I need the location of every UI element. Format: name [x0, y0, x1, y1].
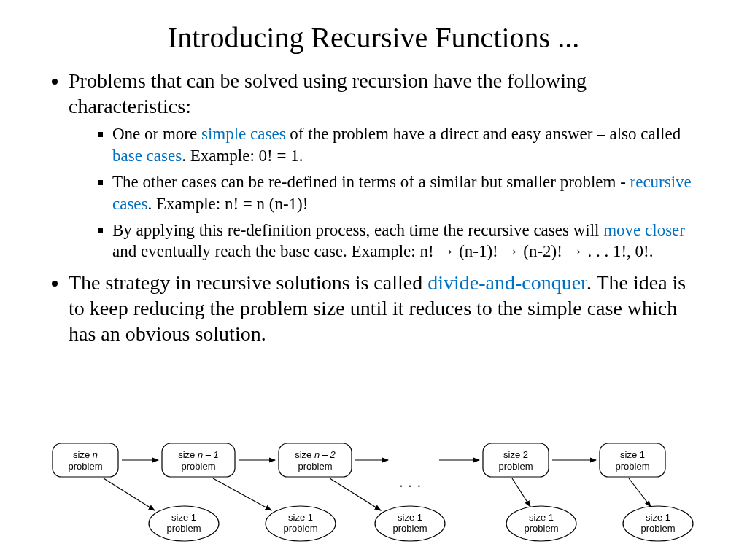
text: . . . 1!, 0!.: [584, 242, 654, 260]
arrow-icon: [330, 478, 381, 510]
svg-text:problem: problem: [499, 461, 533, 472]
recursion-diagram: size n problem size n – 1 problem size n…: [44, 436, 718, 553]
text: The other cases can be re-defined in ter…: [112, 173, 630, 191]
oval-size-1-e: size 1 problem: [623, 506, 693, 541]
svg-rect-6: [279, 443, 352, 477]
oval-size-1-b: size 1 problem: [266, 506, 336, 541]
highlight-move-closer: move closer: [603, 221, 685, 239]
svg-rect-3: [162, 443, 235, 477]
svg-text:problem: problem: [298, 461, 333, 472]
svg-text:size n – 2: size n – 2: [295, 449, 336, 460]
oval-size-1-a: size 1 problem: [149, 506, 219, 541]
svg-text:problem: problem: [393, 523, 427, 534]
svg-text:size 1: size 1: [398, 512, 422, 523]
svg-text:size 2: size 2: [503, 449, 528, 460]
bullet-list-level2: One or more simple cases of the problem …: [69, 123, 703, 262]
bullet-1a: One or more simple cases of the problem …: [112, 123, 703, 167]
box-size-n-minus-1: size n – 1 problem: [162, 443, 235, 477]
svg-text:size n – 1: size n – 1: [178, 449, 219, 460]
text: and eventually reach the base case. Exam…: [112, 242, 438, 260]
bullet-list-level1: Problems that can be solved using recurs…: [44, 68, 703, 346]
box-size-1: size 1 problem: [600, 443, 665, 477]
text: By applying this re-definition process, …: [112, 221, 603, 239]
svg-rect-12: [600, 443, 665, 477]
slide-title: Introducing Recursive Functions ...: [44, 20, 703, 55]
svg-text:problem: problem: [182, 461, 216, 472]
arrow-icon: →: [567, 241, 584, 260]
bullet-1: Problems that can be solved using recurs…: [69, 68, 703, 262]
arrow-icon: →: [503, 241, 519, 260]
svg-text:problem: problem: [616, 461, 650, 472]
svg-text:problem: problem: [167, 523, 201, 534]
arrow-icon: [629, 478, 651, 507]
oval-size-1-d: size 1 problem: [506, 506, 576, 541]
svg-text:problem: problem: [69, 461, 103, 472]
svg-text:problem: problem: [284, 523, 318, 534]
oval-size-1-c: size 1 problem: [375, 506, 445, 541]
highlight-simple-cases: simple cases: [201, 125, 286, 143]
svg-text:size 1: size 1: [529, 512, 554, 523]
highlight-base-cases: base cases: [112, 147, 182, 165]
svg-text:size 1: size 1: [171, 512, 196, 523]
arrow-icon: [213, 478, 271, 510]
text: (n-2)!: [519, 242, 567, 260]
box-size-n: size n problem: [53, 443, 118, 477]
bullet-1c: By applying this re-definition process, …: [112, 219, 703, 263]
ellipsis: . . .: [399, 472, 422, 491]
box-size-n-minus-2: size n – 2 problem: [279, 443, 352, 477]
bullet-1-text: Problems that can be solved using recurs…: [69, 69, 587, 117]
svg-text:problem: problem: [641, 523, 676, 534]
arrow-icon: [104, 478, 155, 510]
svg-text:size 1: size 1: [646, 512, 670, 523]
box-size-2: size 2 problem: [483, 443, 549, 477]
text: One or more: [112, 125, 201, 143]
text: . Example: 0! = 1.: [182, 147, 303, 165]
svg-text:size n: size n: [73, 449, 98, 460]
text: of the problem have a direct and easy an…: [286, 125, 681, 143]
text: (n-1)!: [454, 242, 502, 260]
text: The strategy in recursive solutions is c…: [69, 271, 427, 294]
bullet-2: The strategy in recursive solutions is c…: [69, 270, 703, 346]
svg-text:size 1: size 1: [620, 449, 645, 460]
highlight-divide-and-conquer: divide-and-conquer: [427, 271, 587, 294]
svg-rect-9: [483, 443, 549, 477]
bullet-1b: The other cases can be re-defined in ter…: [112, 171, 703, 215]
arrow-icon: →: [438, 241, 454, 260]
svg-rect-0: [53, 443, 118, 477]
svg-text:size 1: size 1: [288, 512, 313, 523]
svg-text:problem: problem: [525, 523, 559, 534]
text: . Example: n! = n (n-1)!: [148, 195, 309, 213]
arrow-icon: [512, 478, 530, 507]
slide: Introducing Recursive Functions ... Prob…: [0, 0, 747, 560]
